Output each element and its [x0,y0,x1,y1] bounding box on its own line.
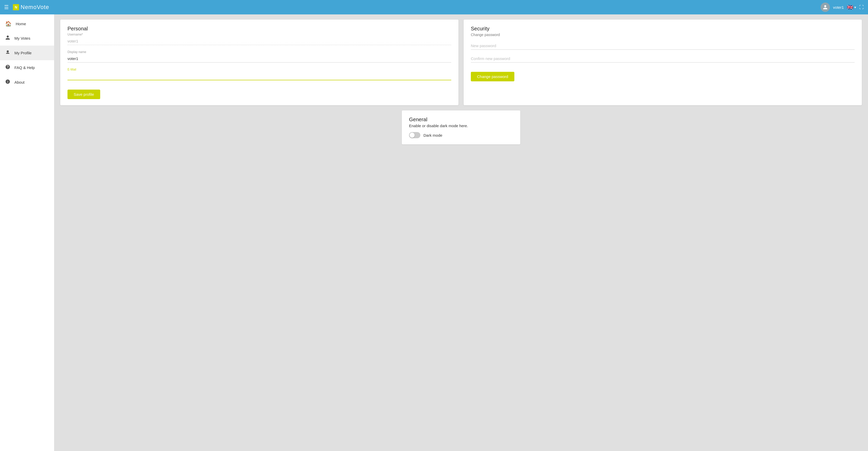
dark-mode-label: Dark mode [424,133,442,137]
dark-mode-row: Dark mode [409,132,513,138]
username-input[interactable] [67,37,451,45]
display-name-group: Display name [67,50,451,63]
logo-text: NemoVote [21,4,49,10]
sidebar-item-my-votes[interactable]: My Votes [0,31,54,45]
change-password-button[interactable]: Change password [471,72,514,82]
display-name-input[interactable] [67,55,451,63]
general-description: Enable or disable dark mode here. [409,124,513,128]
header: ☰ N NemoVote voter1 🇬🇧 ▾ ⛶ [0,0,868,14]
flag-icon: 🇬🇧 [847,4,853,10]
main-content: Personal Username* Display name E-Mail S… [54,14,868,451]
general-title: General [409,117,513,123]
sidebar-label-my-profile: My Profile [14,51,32,55]
security-title: Security [471,26,855,32]
username-label: Username* [67,33,451,36]
sidebar-item-faq[interactable]: FAQ & Help [0,60,54,75]
security-card: Security Change password Change password [464,20,862,105]
username-group: Username* [67,33,451,45]
sidebar-item-home[interactable]: 🏠 Home [0,17,54,31]
faq-icon [5,64,10,71]
home-icon: 🏠 [5,21,11,27]
logo-n-icon: N [13,4,19,10]
avatar [820,3,830,12]
new-password-input[interactable] [471,42,855,50]
email-label: E-Mail [67,68,451,71]
email-group: E-Mail [67,68,451,80]
sidebar-label-my-votes: My Votes [14,36,30,40]
logo-area: N NemoVote [13,4,49,10]
personal-card: Personal Username* Display name E-Mail S… [60,20,459,105]
fullscreen-button[interactable]: ⛶ [859,5,864,10]
about-icon [5,79,10,86]
save-profile-button[interactable]: Save profile [67,90,100,99]
confirm-password-group [471,55,855,63]
confirm-password-input[interactable] [471,55,855,63]
flag-dropdown-icon: ▾ [854,5,856,9]
app-body: 🏠 Home My Votes My Profile FAQ & Help [0,14,868,451]
new-password-group [471,42,855,50]
my-profile-icon [5,50,10,56]
display-name-label: Display name [67,50,451,54]
sidebar-item-my-profile[interactable]: My Profile [0,45,54,60]
sidebar-label-home: Home [16,22,26,26]
security-subtitle: Change password [471,33,855,37]
hamburger-icon[interactable]: ☰ [4,4,9,10]
email-input[interactable] [67,72,451,80]
dark-mode-toggle[interactable] [409,132,420,138]
sidebar-label-faq: FAQ & Help [14,65,35,70]
general-card: General Enable or disable dark mode here… [402,110,520,144]
sidebar: 🏠 Home My Votes My Profile FAQ & Help [0,14,54,451]
sidebar-label-about: About [14,80,25,85]
sidebar-item-about[interactable]: About [0,75,54,90]
my-votes-icon [5,35,10,41]
header-username: voter1 [833,5,844,9]
personal-title: Personal [67,26,451,32]
language-selector[interactable]: 🇬🇧 ▾ [847,4,856,10]
toggle-knob [409,133,415,138]
